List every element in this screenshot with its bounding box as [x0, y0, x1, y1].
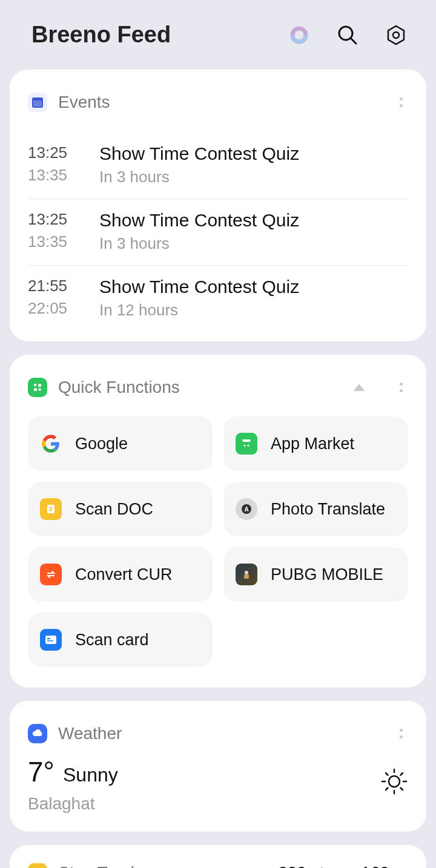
quick-function-item[interactable]: Scan card: [28, 613, 213, 667]
weather-condition: Sunny: [63, 764, 118, 786]
weather-title: Weather: [58, 724, 383, 743]
event-countdown: In 3 hours: [99, 168, 408, 186]
event-countdown: In 12 hours: [99, 301, 408, 320]
settings-icon[interactable]: [385, 24, 407, 46]
event-end: 22:05: [28, 299, 75, 318]
svg-point-8: [34, 384, 36, 386]
event-start: 21:55: [28, 277, 75, 295]
quick-functions-grid: GoogleApp MarketScan DOCAPhoto Translate…: [28, 416, 408, 667]
quick-functions-card: Quick Functions GoogleApp MarketScan DOC…: [10, 355, 426, 688]
cloud-icon: [28, 724, 47, 743]
svg-point-11: [38, 388, 41, 390]
quick-function-label: Photo Translate: [271, 500, 385, 519]
quick-function-item[interactable]: Google: [28, 416, 213, 471]
event-body: Show Time Contest Quiz In 3 hours: [99, 143, 408, 186]
event-start: 13:25: [28, 210, 75, 229]
svg-line-30: [386, 773, 388, 775]
search-icon[interactable]: [337, 24, 358, 46]
event-end: 13:35: [28, 232, 75, 251]
event-row[interactable]: 21:55 22:05 Show Time Contest Quiz In 12…: [28, 265, 408, 332]
events-list: 13:25 13:35 Show Time Contest Quiz In 3 …: [28, 131, 408, 332]
pubg-icon: [236, 564, 257, 585]
svg-point-12: [244, 445, 246, 447]
weather-body: 7° Sunny Balaghat: [28, 752, 408, 814]
weather-location: Balaghat: [28, 794, 380, 814]
weather-temperature: 7°: [28, 755, 54, 788]
svg-rect-10: [34, 388, 37, 391]
svg-line-31: [401, 788, 403, 791]
calendar-icon: [28, 93, 47, 112]
quick-function-label: App Market: [271, 435, 354, 453]
svg-line-33: [401, 773, 403, 775]
weather-more-icon[interactable]: [394, 722, 408, 746]
app-market-icon: [236, 433, 257, 455]
event-title: Show Time Contest Quiz: [99, 210, 408, 231]
event-body: Show Time Contest Quiz In 12 hours: [99, 277, 408, 320]
step-tracker-card[interactable]: Step Tracker 239 steps, 160 m: [10, 845, 426, 868]
weather-header: Weather: [28, 722, 408, 746]
svg-rect-21: [244, 574, 249, 579]
feed-ring-icon[interactable]: [288, 24, 310, 46]
event-row[interactable]: 13:25 13:35 Show Time Contest Quiz In 3 …: [28, 199, 408, 265]
svg-line-32: [386, 788, 388, 791]
events-header: Events: [28, 90, 408, 114]
quick-function-label: PUBG MOBILE: [271, 565, 383, 584]
quick-function-label: Google: [75, 435, 128, 453]
quick-functions-header: Quick Functions: [28, 375, 408, 399]
collapse-icon[interactable]: [354, 384, 365, 391]
photo-translate-icon: A: [236, 498, 257, 520]
quick-function-label: Convert CUR: [75, 565, 173, 584]
quick-functions-title: Quick Functions: [58, 378, 343, 397]
google-icon: [40, 433, 62, 455]
svg-rect-7: [33, 100, 42, 107]
svg-point-13: [248, 445, 249, 447]
event-times: 13:25 13:35: [28, 210, 75, 253]
quick-function-item[interactable]: Scan DOC: [28, 482, 213, 536]
sun-icon: [380, 768, 408, 798]
svg-rect-22: [45, 636, 56, 644]
events-card: Events 13:25 13:35 Show Time Contest Qui…: [10, 70, 426, 341]
quick-functions-more-icon[interactable]: [394, 375, 408, 399]
events-title: Events: [58, 93, 383, 112]
events-more-icon[interactable]: [394, 90, 408, 114]
scan-card-icon: [40, 629, 62, 651]
convert-cur-icon: [40, 564, 62, 585]
event-end: 13:35: [28, 166, 75, 185]
walk-icon: [28, 863, 47, 868]
header-icons: [288, 24, 407, 46]
grid-icon: [28, 378, 47, 397]
scan-doc-icon: [40, 498, 62, 520]
event-times: 21:55 22:05: [28, 277, 75, 320]
svg-point-5: [393, 32, 399, 38]
event-row[interactable]: 13:25 13:35 Show Time Contest Quiz In 3 …: [28, 131, 408, 199]
quick-function-item[interactable]: APhoto Translate: [223, 482, 408, 536]
app-header: Breeno Feed: [0, 0, 436, 70]
quick-function-item[interactable]: Convert CUR: [28, 547, 213, 602]
event-title: Show Time Contest Quiz: [99, 143, 408, 164]
event-countdown: In 3 hours: [99, 234, 408, 253]
quick-function-label: Scan card: [75, 631, 149, 649]
step-tracker-title: Step Tracker: [58, 863, 267, 868]
svg-rect-23: [47, 638, 50, 639]
svg-point-20: [245, 571, 248, 574]
svg-line-3: [351, 39, 356, 44]
step-tracker-value: 239 steps, 160 m: [278, 863, 408, 868]
svg-text:A: A: [244, 506, 248, 513]
event-body: Show Time Contest Quiz In 3 hours: [99, 210, 408, 253]
svg-point-25: [389, 776, 400, 787]
quick-function-item[interactable]: PUBG MOBILE: [223, 547, 408, 602]
quick-function-label: Scan DOC: [75, 500, 153, 519]
app-title: Breeno Feed: [31, 22, 288, 48]
svg-point-2: [339, 27, 352, 40]
weather-card[interactable]: Weather 7° Sunny Balaghat: [10, 701, 426, 832]
quick-function-item[interactable]: App Market: [223, 416, 408, 471]
event-start: 13:25: [28, 143, 75, 162]
event-times: 13:25 13:35: [28, 143, 75, 186]
svg-rect-9: [38, 384, 41, 387]
svg-marker-4: [388, 26, 404, 44]
event-title: Show Time Contest Quiz: [99, 277, 408, 297]
svg-rect-24: [47, 640, 53, 642]
